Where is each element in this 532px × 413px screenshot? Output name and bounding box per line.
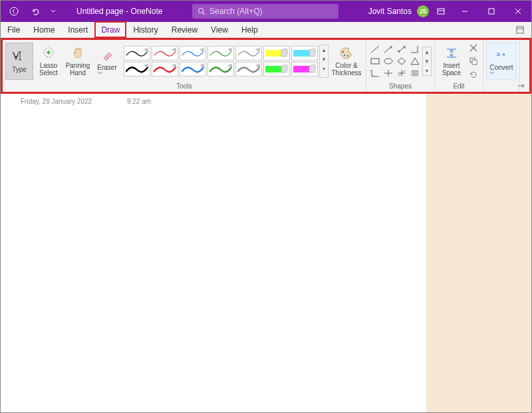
ribbon-highlight-box: Type Lasso Select Panning Hand Eraser: [1, 38, 531, 94]
eraser-button[interactable]: Eraser: [93, 43, 121, 80]
title-bar: Untitled page - OneNote Search (Alt+Q) J…: [1, 1, 531, 22]
tab-view[interactable]: View: [204, 22, 235, 37]
group-label-tools: Tools: [176, 82, 192, 92]
shape-elbow[interactable]: [409, 44, 421, 55]
svg-rect-4: [517, 27, 523, 33]
canvas-area: Friday, 28 January 2022 9:22 am: [1, 94, 531, 412]
close-button[interactable]: [505, 1, 531, 22]
svg-rect-6: [265, 50, 281, 57]
insert-space-icon: [445, 46, 458, 61]
shapes-down-icon[interactable]: ▼: [423, 57, 431, 66]
hand-icon: [70, 46, 85, 61]
convert-button[interactable]: a Convert: [486, 43, 517, 80]
svg-point-1: [199, 9, 203, 13]
svg-rect-8: [265, 66, 281, 72]
search-icon: [198, 7, 205, 15]
pen-swatch[interactable]: [207, 62, 234, 76]
pen-swatch[interactable]: [180, 62, 206, 76]
shape-axes-xy[interactable]: [369, 68, 381, 78]
pen-swatch[interactable]: [291, 46, 318, 61]
type-button[interactable]: Type: [5, 43, 33, 80]
svg-point-11: [344, 55, 346, 57]
window-title: Untitled page - OneNote: [76, 7, 162, 16]
fullscreen-icon[interactable]: [509, 22, 531, 37]
pen-swatch[interactable]: [263, 62, 290, 76]
pen-swatch[interactable]: [124, 46, 150, 61]
tab-help[interactable]: Help: [235, 22, 265, 37]
maximize-button[interactable]: [478, 1, 505, 22]
page-canvas[interactable]: Friday, 28 January 2022 9:22 am: [1, 94, 426, 412]
menu-bar: File Home Insert Draw History Review Vie…: [1, 22, 531, 38]
shapes-more-icon[interactable]: ▾: [423, 66, 431, 75]
svg-point-14: [384, 59, 392, 64]
svg-rect-9: [293, 66, 309, 72]
tab-review[interactable]: Review: [165, 22, 204, 37]
pin-ribbon-icon[interactable]: [517, 82, 525, 89]
pen-swatch[interactable]: [235, 62, 262, 76]
pen-swatch[interactable]: [152, 62, 178, 76]
svg-rect-13: [371, 59, 379, 64]
shape-gallery: [369, 44, 421, 78]
app-name: OneNote: [130, 7, 162, 16]
user-name[interactable]: Jovit Santos: [368, 7, 412, 16]
gallery-down-icon[interactable]: ▼: [320, 55, 328, 64]
shape-triangle[interactable]: [409, 56, 421, 67]
pen-swatch[interactable]: [124, 62, 150, 76]
qat-more-icon[interactable]: [50, 5, 57, 18]
back-icon[interactable]: [7, 5, 21, 18]
color-thickness-button[interactable]: Color & Thickness: [330, 43, 363, 80]
svg-rect-16: [472, 60, 477, 65]
tab-history[interactable]: History: [126, 22, 164, 37]
pen-swatch[interactable]: [235, 46, 262, 61]
lasso-select-button[interactable]: Lasso Select: [35, 43, 63, 80]
svg-point-10: [342, 51, 344, 53]
insert-space-button[interactable]: Insert Space: [438, 43, 466, 80]
cursor-text-icon: [12, 50, 27, 65]
ribbon-display-icon[interactable]: [434, 5, 448, 18]
svg-point-0: [10, 7, 18, 15]
shape-axes-3d[interactable]: [396, 68, 408, 78]
document-title: Untitled page: [76, 7, 124, 16]
pen-swatch[interactable]: [152, 46, 178, 61]
shape-rect[interactable]: [369, 56, 381, 67]
search-box[interactable]: Search (Alt+Q): [192, 4, 338, 19]
shape-axes-grid[interactable]: [409, 68, 421, 78]
pen-swatch[interactable]: [263, 46, 290, 61]
tab-draw[interactable]: Draw: [94, 21, 126, 38]
side-pane[interactable]: [426, 94, 531, 412]
delete-icon[interactable]: [467, 42, 480, 54]
tab-insert[interactable]: Insert: [61, 22, 94, 37]
minimize-button[interactable]: [452, 1, 478, 22]
pen-gallery: [122, 45, 319, 78]
page-date: Friday, 28 January 2022: [21, 98, 92, 105]
shape-arrow[interactable]: [382, 44, 394, 55]
pen-swatch[interactable]: [291, 62, 318, 76]
shape-diamond[interactable]: [396, 56, 408, 67]
panning-hand-button[interactable]: Panning Hand: [64, 43, 92, 80]
pen-swatch[interactable]: [180, 46, 206, 61]
search-placeholder: Search (Alt+Q): [209, 7, 263, 16]
shape-ellipse[interactable]: [382, 56, 394, 67]
tab-file[interactable]: File: [1, 22, 27, 37]
tab-home[interactable]: Home: [27, 22, 61, 37]
shape-double-arrow[interactable]: [396, 44, 408, 55]
palette-icon: [339, 46, 354, 61]
chevron-down-icon: [97, 71, 102, 74]
title-separator: -: [124, 7, 131, 16]
svg-point-12: [347, 55, 349, 57]
undo-icon[interactable]: [29, 5, 42, 18]
page-date-line: Friday, 28 January 2022 9:22 am: [21, 98, 406, 105]
gallery-up-icon[interactable]: ▲: [320, 45, 328, 55]
shapes-up-icon[interactable]: ▲: [423, 47, 431, 57]
avatar[interactable]: JS: [417, 5, 429, 17]
shape-axes-2d[interactable]: [382, 68, 394, 78]
shape-line[interactable]: [369, 44, 381, 55]
group-label-edit: Edit: [453, 82, 464, 92]
svg-rect-7: [293, 50, 309, 57]
svg-rect-2: [438, 9, 444, 14]
ribbon: Type Lasso Select Panning Hand Eraser: [3, 40, 529, 92]
gallery-more-icon[interactable]: ▾: [320, 64, 328, 73]
pen-swatch[interactable]: [207, 46, 234, 61]
arrange-icon[interactable]: [467, 55, 480, 67]
rotate-icon[interactable]: [467, 69, 480, 80]
